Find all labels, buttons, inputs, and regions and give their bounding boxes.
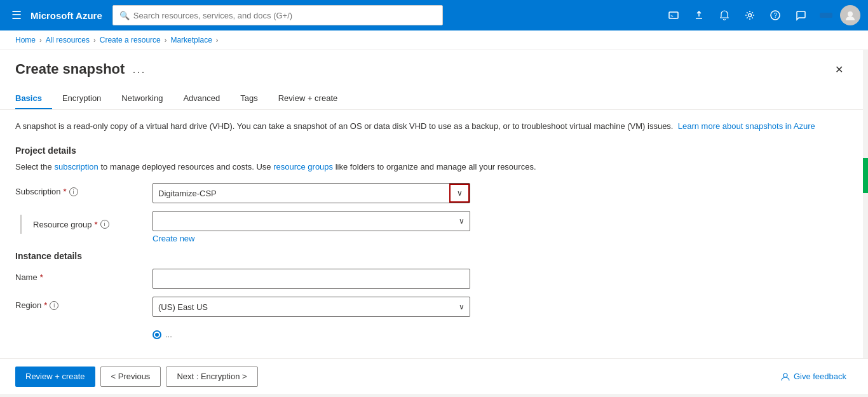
tab-networking[interactable]: Networking: [111, 88, 173, 109]
radio-label: ...: [165, 330, 172, 339]
previous-button[interactable]: < Previous: [100, 367, 161, 387]
name-input[interactable]: [153, 269, 470, 289]
region-label: Region * i: [15, 297, 142, 310]
partial-row: ...: [15, 325, 848, 339]
top-navigation: ☰ Microsoft Azure 🔍 >_ ?: [0, 0, 868, 30]
avatar[interactable]: [840, 5, 860, 25]
review-create-button[interactable]: Review + create: [15, 367, 95, 387]
feedback-label: Give feedback: [794, 372, 846, 381]
region-dropdown-arrow: ∨: [459, 302, 465, 311]
feedback-person-icon: [781, 372, 790, 381]
azure-logo: Microsoft Azure: [31, 10, 102, 21]
feedback-icon[interactable]: [789, 4, 812, 27]
learn-more-link[interactable]: Learn more about snapshots in Azure: [678, 121, 815, 131]
svg-point-6: [783, 373, 787, 377]
panel-options-icon[interactable]: ...: [132, 63, 146, 76]
subscription-required: *: [64, 187, 67, 196]
name-required: *: [40, 273, 43, 282]
resource-group-indent: Resource group * i: [15, 211, 142, 234]
subscription-row: Subscription * i Digitamize-CSP ∨: [15, 183, 848, 203]
instance-details-title: Instance details: [15, 251, 848, 261]
tab-basics[interactable]: Basics: [15, 88, 52, 109]
project-details-title: Project details: [15, 145, 848, 156]
cloud-shell-icon[interactable]: >_: [662, 4, 685, 27]
name-control: [153, 269, 470, 289]
subscription-link[interactable]: subscription: [54, 162, 98, 172]
create-new-link[interactable]: Create new: [153, 234, 194, 243]
radio-button[interactable]: [153, 330, 161, 339]
resource-group-info-icon[interactable]: i: [100, 220, 109, 229]
region-dropdown[interactable]: (US) East US ∨: [153, 297, 470, 317]
subscription-label: Subscription * i: [15, 183, 142, 196]
upload-icon[interactable]: [688, 4, 710, 27]
resource-group-arrow: ∨: [459, 217, 465, 225]
region-required: *: [44, 300, 47, 310]
subscription-info-icon[interactable]: i: [69, 187, 78, 196]
next-button[interactable]: Next : Encryption >: [166, 367, 257, 387]
account-label[interactable]: [820, 13, 832, 18]
breadcrumb-sep-1: ›: [39, 36, 42, 44]
panel-header: Create snapshot ... ✕: [0, 50, 863, 83]
name-row: Name *: [15, 269, 848, 289]
resource-groups-link[interactable]: resource groups: [273, 162, 333, 172]
svg-text:?: ?: [774, 12, 778, 19]
subscription-value: Digitamize-CSP: [158, 189, 217, 198]
tab-advanced[interactable]: Advanced: [173, 88, 230, 109]
partial-label: [15, 325, 142, 328]
svg-text:>_: >_: [670, 13, 677, 19]
tab-tags[interactable]: Tags: [230, 88, 268, 109]
close-icon[interactable]: ✕: [830, 60, 848, 78]
search-input[interactable]: [133, 11, 436, 20]
scrollbar-thumb[interactable]: [863, 158, 868, 193]
breadcrumb-home[interactable]: Home: [15, 36, 36, 44]
form-area: A snapshot is a read-only copy of a virt…: [0, 110, 863, 357]
region-row: Region * i (US) East US ∨: [15, 297, 848, 317]
subscription-control: Digitamize-CSP ∨: [153, 183, 470, 203]
breadcrumb-sep-4: ›: [216, 36, 219, 44]
description-text: A snapshot is a read-only copy of a virt…: [15, 120, 848, 133]
notification-icon[interactable]: [713, 4, 736, 27]
breadcrumb-create-resource[interactable]: Create a resource: [100, 36, 161, 44]
nav-icons: >_ ?: [662, 4, 860, 27]
settings-icon[interactable]: [738, 4, 761, 27]
search-icon: 🔍: [119, 11, 130, 20]
tab-review-create[interactable]: Review + create: [268, 88, 348, 109]
help-icon[interactable]: ?: [764, 4, 787, 27]
region-info-icon[interactable]: i: [50, 301, 58, 310]
breadcrumb-all-resources[interactable]: All resources: [46, 36, 90, 44]
svg-point-2: [749, 14, 752, 17]
bottom-bar: Review + create < Previous Next : Encryp…: [0, 358, 868, 394]
resource-group-row: Resource group * i ∨ Create new: [15, 211, 848, 243]
breadcrumb-sep-3: ›: [165, 36, 167, 44]
hamburger-icon[interactable]: ☰: [8, 4, 25, 26]
svg-point-5: [848, 11, 853, 17]
subscription-dropdown[interactable]: Digitamize-CSP ∨: [153, 183, 470, 203]
project-details-desc: Select the subscription to manage deploy…: [15, 161, 848, 173]
tab-encryption[interactable]: Encryption: [52, 88, 111, 109]
search-bar[interactable]: 🔍: [112, 5, 443, 25]
resource-group-dropdown[interactable]: ∨: [153, 211, 470, 231]
panel-title: Create snapshot: [15, 61, 125, 77]
region-value: (US) East US: [158, 302, 208, 312]
scrollbar-track: [863, 50, 868, 358]
resource-group-required: *: [95, 220, 98, 229]
breadcrumb-marketplace[interactable]: Marketplace: [170, 36, 212, 44]
partial-control: ...: [153, 325, 470, 339]
breadcrumb: Home › All resources › Create a resource…: [0, 30, 868, 50]
give-feedback-button[interactable]: Give feedback: [775, 368, 853, 385]
region-control: (US) East US ∨: [153, 297, 470, 317]
tabs-bar: Basics Encryption Networking Advanced Ta…: [0, 88, 863, 110]
partial-radio: ...: [153, 330, 470, 339]
name-label: Name *: [15, 269, 142, 282]
radio-inner: [155, 333, 159, 337]
breadcrumb-sep-2: ›: [93, 36, 96, 44]
subscription-dropdown-arrow[interactable]: ∨: [449, 184, 470, 203]
resource-group-control: ∨ Create new: [153, 211, 470, 243]
